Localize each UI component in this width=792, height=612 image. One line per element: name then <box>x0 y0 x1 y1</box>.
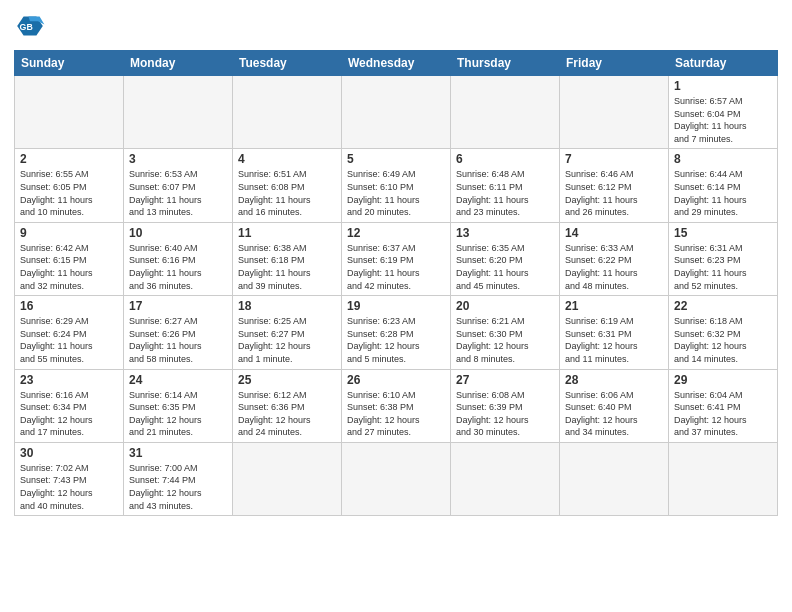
calendar-table: SundayMondayTuesdayWednesdayThursdayFrid… <box>14 50 778 516</box>
calendar-day-cell: 17Sunrise: 6:27 AM Sunset: 6:26 PM Dayli… <box>124 296 233 369</box>
calendar-day-cell: 31Sunrise: 7:00 AM Sunset: 7:44 PM Dayli… <box>124 442 233 515</box>
calendar-day-cell: 14Sunrise: 6:33 AM Sunset: 6:22 PM Dayli… <box>560 222 669 295</box>
day-number: 17 <box>129 299 227 313</box>
day-info: Sunrise: 6:38 AM Sunset: 6:18 PM Dayligh… <box>238 242 336 292</box>
day-number: 8 <box>674 152 772 166</box>
day-info: Sunrise: 6:48 AM Sunset: 6:11 PM Dayligh… <box>456 168 554 218</box>
day-number: 30 <box>20 446 118 460</box>
calendar-day-cell <box>560 76 669 149</box>
day-number: 22 <box>674 299 772 313</box>
svg-text:GB: GB <box>20 22 33 32</box>
day-info: Sunrise: 6:18 AM Sunset: 6:32 PM Dayligh… <box>674 315 772 365</box>
calendar-week-row: 1Sunrise: 6:57 AM Sunset: 6:04 PM Daylig… <box>15 76 778 149</box>
calendar-day-cell: 24Sunrise: 6:14 AM Sunset: 6:35 PM Dayli… <box>124 369 233 442</box>
day-number: 24 <box>129 373 227 387</box>
calendar-day-cell: 19Sunrise: 6:23 AM Sunset: 6:28 PM Dayli… <box>342 296 451 369</box>
calendar-week-row: 9Sunrise: 6:42 AM Sunset: 6:15 PM Daylig… <box>15 222 778 295</box>
day-number: 16 <box>20 299 118 313</box>
calendar-day-cell: 16Sunrise: 6:29 AM Sunset: 6:24 PM Dayli… <box>15 296 124 369</box>
calendar-day-cell: 30Sunrise: 7:02 AM Sunset: 7:43 PM Dayli… <box>15 442 124 515</box>
calendar-day-cell <box>669 442 778 515</box>
calendar-day-cell: 20Sunrise: 6:21 AM Sunset: 6:30 PM Dayli… <box>451 296 560 369</box>
calendar-day-cell: 1Sunrise: 6:57 AM Sunset: 6:04 PM Daylig… <box>669 76 778 149</box>
day-info: Sunrise: 6:19 AM Sunset: 6:31 PM Dayligh… <box>565 315 663 365</box>
day-info: Sunrise: 6:06 AM Sunset: 6:40 PM Dayligh… <box>565 389 663 439</box>
calendar-day-cell: 11Sunrise: 6:38 AM Sunset: 6:18 PM Dayli… <box>233 222 342 295</box>
calendar-day-cell: 21Sunrise: 6:19 AM Sunset: 6:31 PM Dayli… <box>560 296 669 369</box>
day-number: 2 <box>20 152 118 166</box>
day-info: Sunrise: 6:29 AM Sunset: 6:24 PM Dayligh… <box>20 315 118 365</box>
calendar-day-cell: 2Sunrise: 6:55 AM Sunset: 6:05 PM Daylig… <box>15 149 124 222</box>
day-number: 20 <box>456 299 554 313</box>
day-number: 28 <box>565 373 663 387</box>
day-info: Sunrise: 6:33 AM Sunset: 6:22 PM Dayligh… <box>565 242 663 292</box>
day-number: 5 <box>347 152 445 166</box>
weekday-header-monday: Monday <box>124 51 233 76</box>
day-number: 25 <box>238 373 336 387</box>
day-number: 7 <box>565 152 663 166</box>
calendar-day-cell: 26Sunrise: 6:10 AM Sunset: 6:38 PM Dayli… <box>342 369 451 442</box>
calendar-day-cell: 12Sunrise: 6:37 AM Sunset: 6:19 PM Dayli… <box>342 222 451 295</box>
page: GB SundayMondayTuesdayWednesdayThursdayF… <box>0 0 792 612</box>
day-info: Sunrise: 6:57 AM Sunset: 6:04 PM Dayligh… <box>674 95 772 145</box>
calendar-day-cell: 22Sunrise: 6:18 AM Sunset: 6:32 PM Dayli… <box>669 296 778 369</box>
calendar-week-row: 2Sunrise: 6:55 AM Sunset: 6:05 PM Daylig… <box>15 149 778 222</box>
calendar-day-cell: 7Sunrise: 6:46 AM Sunset: 6:12 PM Daylig… <box>560 149 669 222</box>
day-info: Sunrise: 6:42 AM Sunset: 6:15 PM Dayligh… <box>20 242 118 292</box>
day-number: 31 <box>129 446 227 460</box>
calendar-day-cell: 27Sunrise: 6:08 AM Sunset: 6:39 PM Dayli… <box>451 369 560 442</box>
header: GB <box>14 10 778 42</box>
calendar-day-cell <box>15 76 124 149</box>
day-info: Sunrise: 6:04 AM Sunset: 6:41 PM Dayligh… <box>674 389 772 439</box>
day-info: Sunrise: 6:08 AM Sunset: 6:39 PM Dayligh… <box>456 389 554 439</box>
calendar-day-cell: 5Sunrise: 6:49 AM Sunset: 6:10 PM Daylig… <box>342 149 451 222</box>
calendar-day-cell <box>342 76 451 149</box>
calendar-day-cell <box>560 442 669 515</box>
day-info: Sunrise: 6:40 AM Sunset: 6:16 PM Dayligh… <box>129 242 227 292</box>
day-info: Sunrise: 7:02 AM Sunset: 7:43 PM Dayligh… <box>20 462 118 512</box>
calendar-day-cell: 15Sunrise: 6:31 AM Sunset: 6:23 PM Dayli… <box>669 222 778 295</box>
calendar-week-row: 23Sunrise: 6:16 AM Sunset: 6:34 PM Dayli… <box>15 369 778 442</box>
weekday-header-saturday: Saturday <box>669 51 778 76</box>
calendar-day-cell: 23Sunrise: 6:16 AM Sunset: 6:34 PM Dayli… <box>15 369 124 442</box>
calendar-day-cell: 9Sunrise: 6:42 AM Sunset: 6:15 PM Daylig… <box>15 222 124 295</box>
day-info: Sunrise: 6:51 AM Sunset: 6:08 PM Dayligh… <box>238 168 336 218</box>
calendar-body: 1Sunrise: 6:57 AM Sunset: 6:04 PM Daylig… <box>15 76 778 516</box>
day-number: 12 <box>347 226 445 240</box>
calendar-day-cell <box>451 442 560 515</box>
day-info: Sunrise: 6:16 AM Sunset: 6:34 PM Dayligh… <box>20 389 118 439</box>
day-info: Sunrise: 6:23 AM Sunset: 6:28 PM Dayligh… <box>347 315 445 365</box>
calendar-day-cell: 29Sunrise: 6:04 AM Sunset: 6:41 PM Dayli… <box>669 369 778 442</box>
calendar-week-row: 16Sunrise: 6:29 AM Sunset: 6:24 PM Dayli… <box>15 296 778 369</box>
calendar-day-cell <box>124 76 233 149</box>
day-number: 1 <box>674 79 772 93</box>
day-number: 9 <box>20 226 118 240</box>
weekday-header-thursday: Thursday <box>451 51 560 76</box>
calendar-day-cell <box>233 442 342 515</box>
day-number: 23 <box>20 373 118 387</box>
day-number: 19 <box>347 299 445 313</box>
calendar-day-cell: 3Sunrise: 6:53 AM Sunset: 6:07 PM Daylig… <box>124 149 233 222</box>
day-number: 15 <box>674 226 772 240</box>
day-info: Sunrise: 6:37 AM Sunset: 6:19 PM Dayligh… <box>347 242 445 292</box>
day-number: 13 <box>456 226 554 240</box>
calendar-day-cell: 10Sunrise: 6:40 AM Sunset: 6:16 PM Dayli… <box>124 222 233 295</box>
calendar-header: SundayMondayTuesdayWednesdayThursdayFrid… <box>15 51 778 76</box>
day-info: Sunrise: 6:44 AM Sunset: 6:14 PM Dayligh… <box>674 168 772 218</box>
day-number: 4 <box>238 152 336 166</box>
day-info: Sunrise: 6:46 AM Sunset: 6:12 PM Dayligh… <box>565 168 663 218</box>
day-info: Sunrise: 6:10 AM Sunset: 6:38 PM Dayligh… <box>347 389 445 439</box>
calendar-day-cell: 6Sunrise: 6:48 AM Sunset: 6:11 PM Daylig… <box>451 149 560 222</box>
day-number: 6 <box>456 152 554 166</box>
day-info: Sunrise: 6:21 AM Sunset: 6:30 PM Dayligh… <box>456 315 554 365</box>
calendar-day-cell: 25Sunrise: 6:12 AM Sunset: 6:36 PM Dayli… <box>233 369 342 442</box>
calendar-day-cell: 13Sunrise: 6:35 AM Sunset: 6:20 PM Dayli… <box>451 222 560 295</box>
day-info: Sunrise: 6:53 AM Sunset: 6:07 PM Dayligh… <box>129 168 227 218</box>
weekday-header-row: SundayMondayTuesdayWednesdayThursdayFrid… <box>15 51 778 76</box>
day-number: 10 <box>129 226 227 240</box>
calendar-day-cell: 4Sunrise: 6:51 AM Sunset: 6:08 PM Daylig… <box>233 149 342 222</box>
calendar-day-cell: 28Sunrise: 6:06 AM Sunset: 6:40 PM Dayli… <box>560 369 669 442</box>
day-number: 14 <box>565 226 663 240</box>
day-number: 18 <box>238 299 336 313</box>
calendar-day-cell: 18Sunrise: 6:25 AM Sunset: 6:27 PM Dayli… <box>233 296 342 369</box>
